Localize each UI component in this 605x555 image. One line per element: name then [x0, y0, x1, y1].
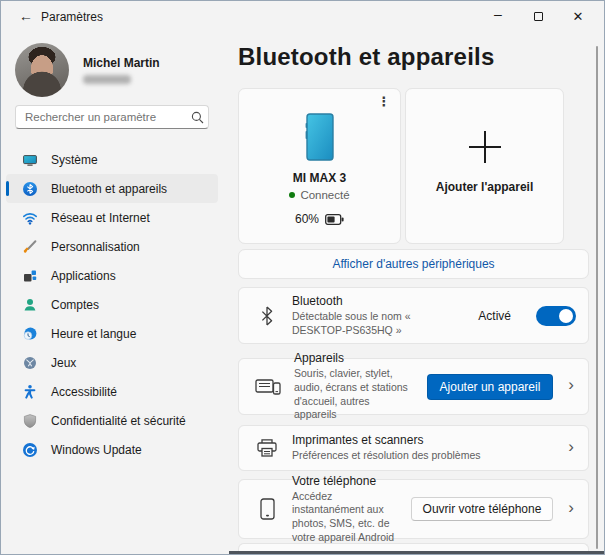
chevron-right-icon: › — [566, 437, 576, 460]
devices-icon — [255, 377, 281, 397]
accessibility-icon — [22, 384, 38, 400]
toggle-state-label: Activé — [478, 309, 511, 323]
devices-row-subtitle: Souris, clavier, stylet, audio, écrans e… — [294, 367, 414, 422]
device-name: MI MAX 3 — [293, 171, 346, 185]
phone-device-icon — [305, 113, 335, 161]
bluetooth-glyph-icon — [255, 305, 279, 327]
bluetooth-icon — [22, 181, 38, 197]
sidebar-item-confidentialite[interactable]: Confidentialité et sécurité — [6, 406, 218, 435]
sidebar-item-personnalisation[interactable]: Personnalisation — [6, 232, 218, 261]
settings-window: ← Paramètres – ✕ Michel Martin — [0, 0, 605, 555]
add-device-card[interactable]: Ajouter l'appareil — [405, 88, 564, 244]
bluetooth-row[interactable]: Bluetooth Détectable sous le nom « DESKT… — [238, 287, 589, 344]
gaming-icon — [22, 355, 38, 371]
privacy-icon — [22, 413, 38, 429]
sidebar-nav: Système Bluetooth et appareils — [6, 145, 218, 464]
minimize-icon: – — [494, 6, 502, 22]
sidebar-item-label: Jeux — [51, 356, 76, 370]
sidebar: Michel Martin — [1, 31, 223, 554]
your-phone-row[interactable]: Votre téléphone Accédez instantanément a… — [238, 479, 589, 539]
printer-icon — [255, 438, 279, 458]
sidebar-item-label: Applications — [51, 269, 116, 283]
apps-icon — [22, 268, 38, 284]
your-phone-row-subtitle: Accédez instantanément aux photos, SMS, … — [292, 490, 398, 545]
maximize-button[interactable] — [518, 1, 558, 31]
sidebar-item-accessibilite[interactable]: Accessibilité — [6, 377, 218, 406]
bluetooth-row-subtitle: Détectable sous le nom « DESKTOP-PS635HQ… — [292, 310, 465, 337]
accounts-icon — [22, 297, 38, 313]
device-menu-button[interactable]: ⋮ — [374, 92, 394, 112]
bluetooth-toggle[interactable] — [536, 306, 576, 326]
page-title: Bluetooth et appareils — [238, 43, 494, 71]
sidebar-item-label: Système — [51, 153, 98, 167]
sidebar-item-jeux[interactable]: Jeux — [6, 348, 218, 377]
show-more-devices-button[interactable]: Afficher d'autres périphériques — [238, 249, 589, 279]
sidebar-item-label: Personnalisation — [51, 240, 140, 254]
profile[interactable]: Michel Martin — [15, 43, 160, 97]
device-status: Connecté — [300, 189, 349, 201]
search-box[interactable] — [15, 105, 209, 129]
sidebar-item-comptes[interactable]: Comptes — [6, 290, 218, 319]
battery-percent: 60% — [295, 212, 319, 226]
printers-row-subtitle: Préférences et résolution des problèmes — [292, 449, 553, 463]
sidebar-item-label: Confidentialité et sécurité — [51, 414, 186, 428]
chevron-right-icon: › — [566, 375, 576, 398]
close-icon: ✕ — [573, 9, 584, 24]
sidebar-item-label: Accessibilité — [51, 385, 117, 399]
device-card-mimax3[interactable]: ⋮ MI MAX 3 Connecté 60% — [238, 88, 401, 244]
titlebar: ← Paramètres – ✕ — [1, 1, 604, 31]
sidebar-item-label: Windows Update — [51, 443, 142, 457]
search-icon[interactable] — [186, 111, 208, 124]
battery-icon — [325, 214, 344, 225]
sidebar-item-heure-langue[interactable]: Heure et langue — [6, 319, 218, 348]
profile-name: Michel Martin — [83, 56, 160, 70]
time-language-icon — [22, 326, 38, 342]
network-icon — [22, 210, 38, 226]
devices-row-title: Appareils — [294, 351, 414, 365]
your-phone-row-title: Votre téléphone — [292, 474, 398, 488]
sidebar-item-applications[interactable]: Applications — [6, 261, 218, 290]
minimize-button[interactable]: – — [478, 1, 518, 31]
sidebar-item-systeme[interactable]: Système — [6, 145, 218, 174]
open-your-phone-button[interactable]: Ouvrir votre téléphone — [411, 497, 554, 521]
windows-update-icon — [22, 442, 38, 458]
plus-icon — [466, 128, 504, 166]
back-button[interactable]: ← — [15, 6, 37, 26]
window-bottom-edge — [229, 551, 604, 554]
maximize-icon — [534, 12, 543, 21]
profile-email-redacted — [83, 75, 131, 84]
printers-row-title: Imprimantes et scanners — [292, 433, 553, 447]
vertical-scrollbar[interactable] — [596, 46, 598, 549]
connected-dot-icon — [289, 192, 295, 198]
sidebar-item-label: Bluetooth et appareils — [51, 182, 167, 196]
add-device-button[interactable]: Ajouter un appareil — [427, 374, 554, 400]
system-icon — [22, 152, 38, 168]
bluetooth-row-title: Bluetooth — [292, 294, 465, 308]
sidebar-item-label: Réseau et Internet — [51, 211, 150, 225]
window-controls: – ✕ — [478, 1, 598, 31]
phone-outline-icon — [255, 498, 279, 520]
add-device-label: Ajouter l'appareil — [436, 180, 534, 194]
close-button[interactable]: ✕ — [558, 1, 598, 31]
sidebar-item-windows-update[interactable]: Windows Update — [6, 435, 218, 464]
sidebar-item-bluetooth[interactable]: Bluetooth et appareils — [6, 174, 218, 203]
chevron-right-icon: › — [566, 498, 576, 521]
devices-row[interactable]: Appareils Souris, clavier, stylet, audio… — [238, 358, 589, 415]
personalization-icon — [22, 239, 38, 255]
toggle-knob — [559, 309, 573, 323]
sidebar-item-reseau[interactable]: Réseau et Internet — [6, 203, 218, 232]
printers-row[interactable]: Imprimantes et scanners Préférences et r… — [238, 425, 589, 471]
sidebar-item-label: Comptes — [51, 298, 99, 312]
sidebar-item-label: Heure et langue — [51, 327, 136, 341]
avatar[interactable] — [15, 43, 69, 97]
search-input[interactable] — [16, 111, 186, 123]
window-title: Paramètres — [41, 10, 103, 24]
